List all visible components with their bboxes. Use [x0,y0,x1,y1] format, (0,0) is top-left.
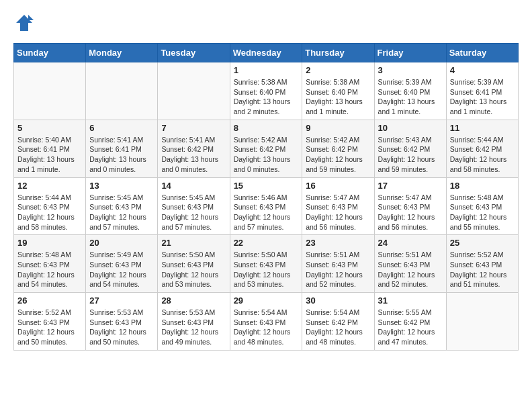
day-number: 8 [234,123,299,133]
day-info: Sunrise: 5:55 AM Sunset: 6:42 PM Dayligh… [378,308,443,347]
day-info: Sunrise: 5:47 AM Sunset: 6:43 PM Dayligh… [378,193,443,232]
day-number: 13 [89,181,154,191]
day-number: 17 [378,181,443,191]
day-info: Sunrise: 5:51 AM Sunset: 6:43 PM Dayligh… [378,250,443,289]
calendar-cell [446,293,518,351]
day-number: 5 [17,123,82,133]
col-header-thursday: Thursday [302,44,374,62]
day-number: 23 [306,238,370,248]
calendar-header-row: SundayMondayTuesdayWednesdayThursdayFrid… [14,44,519,62]
col-header-tuesday: Tuesday [158,44,230,62]
calendar-cell: 25Sunrise: 5:52 AM Sunset: 6:43 PM Dayli… [446,235,518,293]
day-info: Sunrise: 5:41 AM Sunset: 6:41 PM Dayligh… [89,135,154,175]
calendar-table: SundayMondayTuesdayWednesdayThursdayFrid… [13,43,519,351]
day-info: Sunrise: 5:48 AM Sunset: 6:43 PM Dayligh… [450,193,515,232]
calendar-cell: 27Sunrise: 5:53 AM Sunset: 6:43 PM Dayli… [86,293,158,351]
col-header-monday: Monday [86,44,158,62]
calendar-cell: 23Sunrise: 5:51 AM Sunset: 6:43 PM Dayli… [302,235,374,293]
calendar-cell [86,62,158,120]
day-number: 29 [234,295,299,306]
calendar-cell: 14Sunrise: 5:45 AM Sunset: 6:43 PM Dayli… [158,177,230,235]
day-number: 11 [450,123,515,133]
day-number: 21 [161,238,226,248]
day-info: Sunrise: 5:47 AM Sunset: 6:43 PM Dayligh… [306,193,370,232]
calendar-cell [14,62,86,120]
day-number: 16 [306,181,370,191]
col-header-friday: Friday [374,44,446,62]
col-header-wednesday: Wednesday [230,44,302,62]
calendar-cell: 18Sunrise: 5:48 AM Sunset: 6:43 PM Dayli… [446,177,518,235]
day-info: Sunrise: 5:52 AM Sunset: 6:43 PM Dayligh… [450,250,515,289]
calendar-cell: 22Sunrise: 5:50 AM Sunset: 6:43 PM Dayli… [230,235,302,293]
day-info: Sunrise: 5:53 AM Sunset: 6:43 PM Dayligh… [161,308,226,347]
day-number: 12 [17,181,82,191]
day-number: 19 [17,238,82,248]
day-number: 3 [378,65,443,75]
day-info: Sunrise: 5:50 AM Sunset: 6:43 PM Dayligh… [234,250,299,289]
day-info: Sunrise: 5:51 AM Sunset: 6:43 PM Dayligh… [306,250,370,289]
day-info: Sunrise: 5:39 AM Sunset: 6:40 PM Dayligh… [378,77,443,117]
page-header [13,13,519,32]
svg-marker-1 [28,15,34,20]
day-info: Sunrise: 5:48 AM Sunset: 6:43 PM Dayligh… [17,250,82,289]
calendar-cell: 12Sunrise: 5:44 AM Sunset: 6:43 PM Dayli… [14,177,86,235]
calendar-cell: 9Sunrise: 5:42 AM Sunset: 6:42 PM Daylig… [302,120,374,177]
calendar-cell: 15Sunrise: 5:46 AM Sunset: 6:43 PM Dayli… [230,177,302,235]
day-number: 7 [161,123,226,133]
day-info: Sunrise: 5:52 AM Sunset: 6:43 PM Dayligh… [17,308,82,347]
calendar-week-row: 12Sunrise: 5:44 AM Sunset: 6:43 PM Dayli… [14,177,519,235]
calendar-cell: 28Sunrise: 5:53 AM Sunset: 6:43 PM Dayli… [158,293,230,351]
calendar-cell: 19Sunrise: 5:48 AM Sunset: 6:43 PM Dayli… [14,235,86,293]
day-number: 26 [17,295,82,306]
day-number: 2 [306,65,370,75]
day-info: Sunrise: 5:54 AM Sunset: 6:43 PM Dayligh… [234,308,299,347]
calendar-cell: 24Sunrise: 5:51 AM Sunset: 6:43 PM Dayli… [374,235,446,293]
calendar-cell: 5Sunrise: 5:40 AM Sunset: 6:41 PM Daylig… [14,120,86,177]
calendar-cell: 8Sunrise: 5:42 AM Sunset: 6:42 PM Daylig… [230,120,302,177]
calendar-week-row: 19Sunrise: 5:48 AM Sunset: 6:43 PM Dayli… [14,235,519,293]
day-info: Sunrise: 5:38 AM Sunset: 6:40 PM Dayligh… [234,77,299,117]
calendar-week-row: 1Sunrise: 5:38 AM Sunset: 6:40 PM Daylig… [14,62,519,120]
calendar-cell: 26Sunrise: 5:52 AM Sunset: 6:43 PM Dayli… [14,293,86,351]
day-number: 30 [306,295,370,306]
day-info: Sunrise: 5:44 AM Sunset: 6:43 PM Dayligh… [17,193,82,232]
day-info: Sunrise: 5:53 AM Sunset: 6:43 PM Dayligh… [89,308,154,347]
calendar-cell: 3Sunrise: 5:39 AM Sunset: 6:40 PM Daylig… [374,62,446,120]
day-number: 18 [450,181,515,191]
day-info: Sunrise: 5:38 AM Sunset: 6:40 PM Dayligh… [306,77,370,117]
day-info: Sunrise: 5:40 AM Sunset: 6:41 PM Dayligh… [17,135,82,175]
calendar-cell: 2Sunrise: 5:38 AM Sunset: 6:40 PM Daylig… [302,62,374,120]
logo-icon [15,13,34,32]
calendar-week-row: 5Sunrise: 5:40 AM Sunset: 6:41 PM Daylig… [14,120,519,177]
day-info: Sunrise: 5:42 AM Sunset: 6:42 PM Dayligh… [306,135,370,175]
day-number: 27 [89,295,154,306]
calendar-cell: 21Sunrise: 5:50 AM Sunset: 6:43 PM Dayli… [158,235,230,293]
day-info: Sunrise: 5:45 AM Sunset: 6:43 PM Dayligh… [89,193,154,232]
day-info: Sunrise: 5:42 AM Sunset: 6:42 PM Dayligh… [234,135,299,175]
col-header-saturday: Saturday [446,44,518,62]
calendar-cell: 10Sunrise: 5:43 AM Sunset: 6:42 PM Dayli… [374,120,446,177]
calendar-cell: 16Sunrise: 5:47 AM Sunset: 6:43 PM Dayli… [302,177,374,235]
day-info: Sunrise: 5:43 AM Sunset: 6:42 PM Dayligh… [378,135,443,175]
calendar-cell: 13Sunrise: 5:45 AM Sunset: 6:43 PM Dayli… [86,177,158,235]
calendar-cell: 31Sunrise: 5:55 AM Sunset: 6:42 PM Dayli… [374,293,446,351]
col-header-sunday: Sunday [14,44,86,62]
day-number: 31 [378,295,443,306]
day-number: 25 [450,238,515,248]
day-info: Sunrise: 5:49 AM Sunset: 6:43 PM Dayligh… [89,250,154,289]
calendar-cell: 17Sunrise: 5:47 AM Sunset: 6:43 PM Dayli… [374,177,446,235]
calendar-cell: 7Sunrise: 5:41 AM Sunset: 6:42 PM Daylig… [158,120,230,177]
day-number: 9 [306,123,370,133]
day-info: Sunrise: 5:45 AM Sunset: 6:43 PM Dayligh… [161,193,226,232]
day-info: Sunrise: 5:46 AM Sunset: 6:43 PM Dayligh… [234,193,299,232]
day-number: 4 [450,65,515,75]
day-info: Sunrise: 5:39 AM Sunset: 6:41 PM Dayligh… [450,77,515,117]
day-number: 6 [89,123,154,133]
calendar-cell: 4Sunrise: 5:39 AM Sunset: 6:41 PM Daylig… [446,62,518,120]
day-info: Sunrise: 5:50 AM Sunset: 6:43 PM Dayligh… [161,250,226,289]
day-number: 20 [89,238,154,248]
calendar-cell [158,62,230,120]
calendar-week-row: 26Sunrise: 5:52 AM Sunset: 6:43 PM Dayli… [14,293,519,351]
day-number: 28 [161,295,226,306]
day-number: 1 [234,65,299,75]
